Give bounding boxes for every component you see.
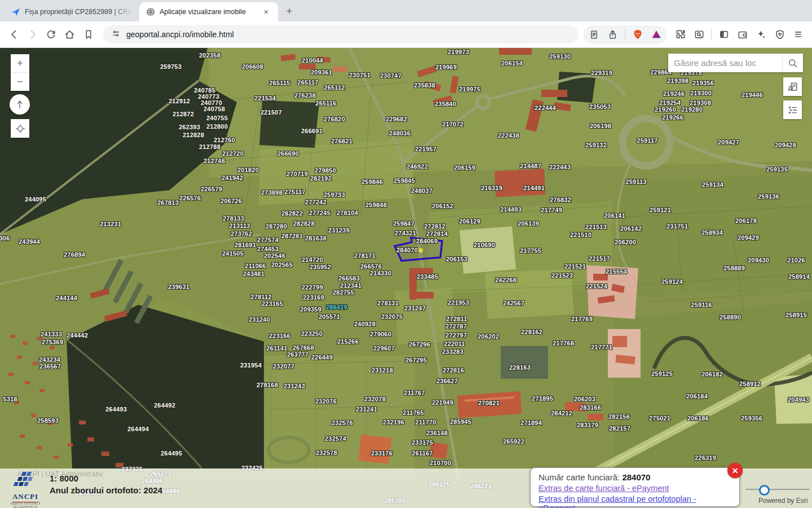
parcel-label: 219975 (459, 86, 480, 93)
zoom-out-button[interactable]: − (11, 73, 29, 91)
parcel-label: 236627 (436, 378, 458, 384)
parcel-label: 259134 (702, 181, 723, 188)
parcel-label: 259132 (585, 142, 607, 148)
brave-rewards-icon[interactable] (647, 25, 665, 44)
zoom-in-button[interactable]: + (11, 54, 29, 72)
locate-button[interactable] (11, 119, 29, 138)
parcel-label: 244144 (56, 295, 77, 301)
back-button[interactable] (5, 25, 23, 44)
forward-button[interactable] (23, 25, 42, 44)
parcel-label: 263777 (287, 351, 308, 358)
popup-close-button[interactable]: ✕ (727, 463, 743, 478)
parcel-label: 283166 (580, 404, 601, 411)
parcel-label: 278171 (354, 252, 376, 259)
reader-mode-icon[interactable] (585, 25, 603, 44)
sidebar-icon[interactable] (714, 25, 733, 44)
parcel-label: 232076 (315, 398, 337, 405)
parcel-label: 258890 (720, 314, 741, 321)
parcel-label: 221510 (570, 231, 592, 238)
parcel-label: 206142 (620, 225, 642, 232)
popup-links: Extras de carte funciară - ePaymentExtra… (539, 484, 731, 508)
parcel-label: 264494 (127, 426, 149, 432)
parcel-label: 232077 (273, 363, 294, 370)
parcel-label: 5318 (3, 396, 17, 402)
epayment-link[interactable]: Extras de carte funciară - ePayment (539, 484, 731, 493)
parcel-label: 272816 (443, 367, 464, 374)
parcel-label: 259113 (625, 178, 646, 185)
url-bar[interactable]: geoportal.ancpi.ro/imobile.html (103, 25, 578, 43)
epayment-link[interactable]: Extras din planul cadastral pe ortofotop… (539, 494, 731, 508)
parcel-label: 222438 (498, 132, 519, 139)
parcel-label: 221524 (586, 283, 607, 290)
address-search (668, 54, 803, 72)
parcel-label: 287280 (266, 223, 287, 230)
parcel-label: 212720 (222, 150, 244, 157)
parcel-label: 276238 (294, 92, 316, 99)
parcel-label: 228162 (521, 329, 542, 335)
new-tab-button[interactable]: + (281, 3, 297, 19)
parcel-label: 233283 (442, 348, 464, 355)
search-icon[interactable] (782, 54, 803, 72)
parcel-label: 213231 (100, 221, 121, 227)
parcel-label: 219266 (662, 114, 683, 121)
parcel-label: 235053 (589, 103, 611, 110)
parcel-label: 217749 (541, 207, 562, 213)
parcel-label: 278112 (250, 294, 271, 300)
map-canvas[interactable]: 2023582597532066082100442093612307512307… (0, 48, 812, 508)
parcel-label: 219356 (692, 80, 714, 86)
parcel-label: 217768 (553, 340, 574, 347)
tab-geoportal[interactable]: Aplicație vizualizare imobile × (139, 2, 278, 21)
parcel-label: 241505 (222, 250, 244, 257)
tab-title: Fișa proprietății CP2852989 | CRM (25, 8, 133, 16)
menu-icon[interactable]: ≡ (789, 25, 807, 44)
parcel-boundaries (214, 82, 812, 471)
parcel-label: 233175 (412, 439, 433, 446)
parcel-label: 214330 (370, 270, 391, 277)
parcel-label: 231239 (328, 227, 350, 234)
forest-areas (0, 48, 596, 468)
parcel-label: 223166 (269, 332, 290, 339)
parcel-label: 233485 (417, 273, 438, 280)
vpn-shield-icon[interactable] (770, 25, 789, 44)
parcel-label: 212872 (173, 111, 194, 117)
parcel-label: 244442 (67, 332, 88, 339)
parcel-label: 213113 (229, 222, 250, 229)
search-tabs-icon[interactable] (690, 25, 708, 44)
site-settings-icon[interactable] (111, 29, 121, 41)
share-icon[interactable] (603, 25, 622, 44)
parcel-label: 273762 (231, 230, 252, 237)
parcel-label: 272814 (426, 230, 448, 237)
parcel-label: 285945 (450, 418, 471, 425)
compass-north-button[interactable] (10, 94, 30, 115)
parcel-label: 206154 (501, 60, 523, 67)
search-input[interactable] (668, 54, 782, 72)
tab-crm[interactable]: Fișa proprietății CP2852989 | CRM (5, 2, 139, 21)
aerial-imagery (0, 48, 812, 508)
parcel-label: 264492 (154, 402, 175, 409)
extensions-icon[interactable] (671, 25, 690, 44)
parcel-label: 271894 (520, 419, 542, 426)
parcel-label: 212912 (169, 98, 190, 104)
parcel-label: 270719 (286, 170, 308, 177)
parcel-label: 259753 (160, 63, 182, 70)
bookmark-icon[interactable] (79, 25, 98, 44)
parcel-label: 217755 (520, 247, 541, 254)
parcel-label: 266583 (338, 275, 360, 282)
parcel-label: 282157 (609, 425, 630, 432)
selected-parcel-outline[interactable] (395, 238, 442, 261)
parcel-label: 232196 (383, 419, 404, 426)
identify-tool-button[interactable] (783, 77, 802, 96)
home-button[interactable] (60, 25, 79, 44)
zoom-slider-track[interactable] (745, 489, 810, 490)
parcel-label: 235840 (435, 100, 456, 107)
legend-list-button[interactable] (783, 100, 802, 119)
reload-button[interactable] (42, 25, 60, 44)
leo-ai-icon[interactable] (752, 25, 770, 44)
wallet-icon[interactable] (733, 25, 752, 44)
zoom-slider-knob[interactable] (759, 485, 770, 496)
parcel-label: 275369 (42, 339, 63, 345)
brave-shields-icon[interactable] (628, 25, 647, 44)
close-tab-icon[interactable]: × (261, 7, 271, 17)
parcel-label: 206182 (701, 371, 723, 378)
parcel-label: 219446 (742, 91, 763, 98)
